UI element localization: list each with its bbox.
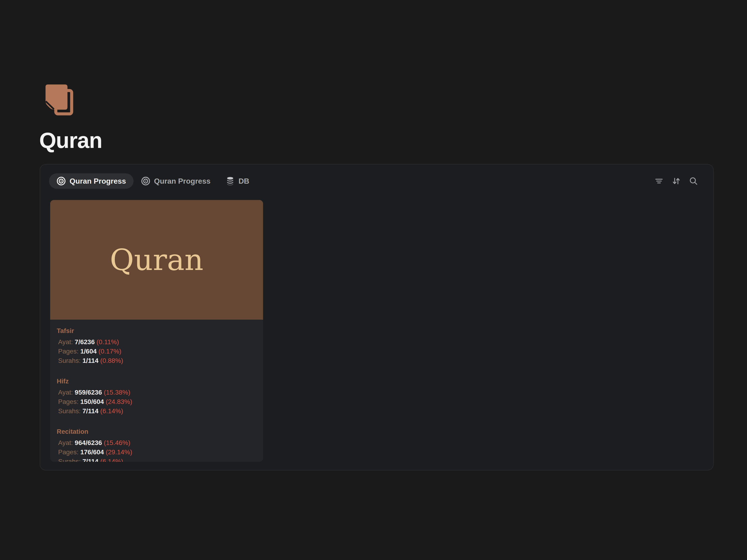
section-hifz: Hifz Ayat: 959/6236 (15.38%) Pages: 150/… — [57, 377, 257, 416]
tab-quran-progress-active[interactable]: Quran Progress — [49, 174, 133, 189]
stat-row-pages: Pages: 150/604 (24.83%) — [57, 397, 257, 406]
book-pages-icon — [46, 84, 75, 116]
view-tab-bar: Quran Progress Quran Progress DB — [40, 164, 713, 189]
card-cover-title: Quran — [110, 243, 204, 277]
page-icon-book-pages[interactable] — [46, 84, 75, 116]
section-heading: Hifz — [57, 377, 257, 386]
stat-row-ayat: Ayat: 959/6236 (15.38%) — [57, 388, 257, 397]
search-button[interactable] — [689, 177, 698, 186]
stat-row-ayat: Ayat: 7/6236 (0.11%) — [57, 338, 257, 347]
tab-db[interactable]: DB — [218, 174, 257, 189]
target-icon — [141, 177, 150, 186]
section-recitation: Recitation Ayat: 964/6236 (15.46%) Pages… — [57, 427, 257, 462]
stat-row-pages: Pages: 1/604 (0.17%) — [57, 347, 257, 356]
stat-row-ayat: Ayat: 964/6236 (15.46%) — [57, 438, 257, 448]
card-properties: Tafsir Ayat: 7/6236 (0.11%) Pages: 1/604… — [50, 320, 263, 462]
stat-row-surahs: Surahs: 7/114 (6.14%) — [57, 457, 257, 462]
tab-label: Quran Progress — [154, 177, 211, 186]
section-heading: Tafsir — [57, 326, 257, 336]
search-icon — [689, 177, 698, 186]
target-icon — [56, 177, 66, 186]
filter-button[interactable] — [654, 177, 664, 186]
card-cover: Quran — [50, 200, 263, 320]
section-tafsir: Tafsir Ayat: 7/6236 (0.11%) Pages: 1/604… — [57, 326, 257, 365]
page-title[interactable]: Quran — [39, 128, 102, 153]
gallery-card-quran[interactable]: Quran Tafsir Ayat: 7/6236 (0.11%) Pages:… — [50, 200, 263, 462]
database-icon — [226, 177, 235, 186]
collection-view-container: Quran Progress Quran Progress DB — [40, 164, 714, 471]
stat-row-pages: Pages: 176/604 (29.14%) — [57, 448, 257, 457]
tab-label: DB — [238, 177, 249, 186]
view-actions — [654, 177, 698, 186]
tab-quran-progress[interactable]: Quran Progress — [133, 174, 218, 189]
sort-button[interactable] — [672, 177, 681, 186]
stat-row-surahs: Surahs: 1/114 (0.88%) — [57, 356, 257, 365]
filter-icon — [654, 177, 664, 186]
sort-icon — [672, 177, 681, 186]
stat-row-surahs: Surahs: 7/114 (6.14%) — [57, 406, 257, 416]
tab-label: Quran Progress — [70, 177, 126, 186]
section-heading: Recitation — [57, 427, 257, 436]
